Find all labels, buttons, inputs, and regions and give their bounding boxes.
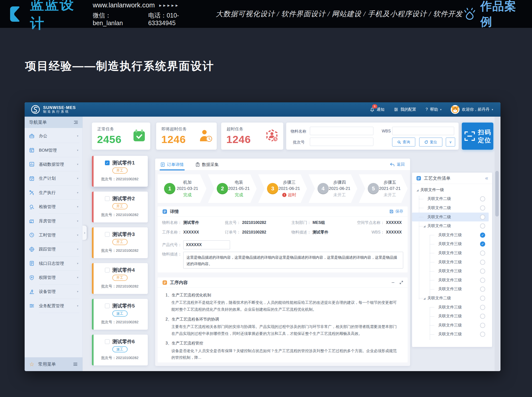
radio-unchecked[interactable]: [480, 278, 485, 283]
product-code-input[interactable]: XXXXXX: [183, 240, 230, 249]
radio-unchecked[interactable]: [480, 323, 485, 328]
collapse-panel-icon[interactable]: «: [485, 175, 488, 181]
material-desc-textarea[interactable]: 这里是物品描述的详细内容，这里是物品描述的详细内容这里是物品描述的详细内容，这里…: [183, 252, 403, 269]
expand-icon[interactable]: [399, 281, 403, 284]
radio-unchecked[interactable]: [480, 332, 485, 337]
radio-unchecked[interactable]: [480, 260, 485, 265]
radio-unchecked[interactable]: [480, 215, 485, 220]
radio-unchecked[interactable]: [480, 223, 485, 229]
tree-node-level3[interactable]: 关联文件三级: [412, 276, 489, 285]
tree-node-level3[interactable]: 关联文件三级: [412, 330, 489, 339]
sidebar-item-office[interactable]: 办公▾: [25, 129, 83, 143]
notifications-button[interactable]: 6 通知: [370, 107, 384, 112]
tree-node-level3[interactable]: 关联文件三级✓: [412, 231, 489, 240]
tree-expanded-caret[interactable]: ◢: [423, 225, 425, 228]
sidebar-item-inspection[interactable]: 检验管理▾: [25, 200, 83, 214]
sidebar-item-equipment[interactable]: 设备管理▾: [25, 285, 83, 299]
sidebar-item-base-data[interactable]: 基础数据管理▾: [25, 157, 83, 171]
radio-unchecked[interactable]: [480, 296, 485, 301]
step-2[interactable]: 2 电装 2021-05-21 完成: [208, 174, 257, 203]
tree-node-level2[interactable]: 关联文件二级: [412, 203, 489, 213]
step-5[interactable]: 5 步骤五 2021-07-21 未开工: [359, 174, 408, 203]
part-card-4[interactable]: 测试零件4 开工 批次号：20210100282: [92, 263, 148, 294]
field-value: XXXXXX: [183, 230, 199, 235]
step-1[interactable]: 1 机加 2021-03-21 完成: [158, 174, 206, 203]
step-name: 步骤五: [383, 180, 396, 185]
back-button[interactable]: 返回: [390, 162, 405, 167]
step-4[interactable]: 4 步骤四 2021-06-21 未开工: [309, 174, 357, 203]
scan-locate-button[interactable]: 扫码定位: [462, 123, 493, 150]
hamburger-icon: [73, 362, 78, 366]
tree-node-level3[interactable]: 关联文件三级: [412, 285, 489, 294]
sidebar-item-tracking[interactable]: 跟踪管理▾: [25, 242, 83, 256]
radio-unchecked[interactable]: [480, 287, 485, 292]
tree-expanded-caret[interactable]: ◢: [416, 189, 418, 192]
minimize-icon[interactable]: −: [391, 280, 395, 285]
sidebar-collapse-handle[interactable]: ›: [83, 226, 87, 240]
part-checkbox[interactable]: [105, 339, 110, 344]
part-checkbox[interactable]: [105, 232, 110, 237]
sidebar-footer-favorites[interactable]: ☆ 常用菜单: [25, 357, 83, 371]
tree-node-level2[interactable]: 关联文件二级: [412, 195, 489, 204]
tree-node-level3[interactable]: 关联文件三级: [412, 258, 489, 267]
check-circle-checked[interactable]: ✓: [480, 241, 485, 247]
part-checkbox[interactable]: [105, 268, 110, 272]
tree-node-level1[interactable]: ◢关联文件一级: [412, 185, 489, 195]
tree-node-level3[interactable]: 关联文件三级: [412, 249, 489, 258]
user-menu[interactable]: 欢迎你，郝丹丹 ▾: [451, 105, 493, 114]
sidebar-item-warehouse[interactable]: 库房管理▾: [25, 214, 83, 228]
field-value: XXXXXX: [386, 220, 402, 225]
part-checkbox[interactable]: [105, 196, 110, 201]
step-date: 2021-06-21: [279, 186, 300, 191]
part-checkbox-checked[interactable]: ✓: [105, 161, 110, 165]
sidebar-item-permissions[interactable]: 权限管理▾: [25, 271, 83, 285]
tree-node-level2-expanded[interactable]: ◢关联文件二级: [412, 221, 489, 231]
part-card-1[interactable]: ✓测试零件1 开工 批次号：20210100282: [92, 156, 148, 187]
radio-unchecked[interactable]: [480, 205, 485, 211]
part-card-2[interactable]: 测试零件2 开工 批次号：20210100282: [92, 192, 148, 222]
step-3[interactable]: 3 步骤三 2021-06-21 !超时: [258, 174, 307, 203]
radio-unchecked[interactable]: [480, 196, 485, 201]
part-card-3[interactable]: 测试零件3 开工 批次号：20210100282: [92, 227, 148, 258]
tree-expanded-caret[interactable]: ◢: [423, 297, 425, 300]
tree-node-level3[interactable]: 关联文件三级: [412, 312, 489, 321]
my-config-button[interactable]: 我的配置: [394, 107, 416, 112]
sidebar-item-production-exec[interactable]: 生产执行▾: [25, 186, 83, 200]
part-card-5[interactable]: 测试零件5 派工 批次号：20210100282: [92, 299, 148, 330]
tab-order-detail[interactable]: 订单详情: [161, 159, 184, 170]
vertical-scrollbar[interactable]: [495, 117, 499, 371]
menu-collapse-icon[interactable]: [73, 121, 78, 124]
detail-fields: 物料名称：测试零件 批次号：20210100282 主制部门：MES组 空间节点…: [162, 220, 403, 235]
expand-filter-button[interactable]: ∨: [446, 138, 455, 146]
wbs-input[interactable]: [392, 127, 454, 135]
tree-node-level3[interactable]: 关联文件三级: [412, 321, 489, 330]
tree-node-level2-expanded[interactable]: ◢关联文件二级: [412, 294, 489, 303]
part-checkbox[interactable]: [105, 304, 110, 308]
sidebar-item-bom[interactable]: BOM管理▾: [25, 143, 83, 157]
tree-node-level2-selected[interactable]: 关联文件二级: [412, 213, 489, 222]
material-name-input[interactable]: [310, 127, 373, 135]
sidebar-item-interface-log[interactable]: 续口日志管理▾: [25, 256, 83, 271]
tree-node-level3[interactable]: 关联文件三级: [412, 267, 489, 276]
sidebar-item-work-hours[interactable]: 工时管理▾: [25, 228, 83, 242]
reset-icon: [424, 140, 428, 144]
tree-node-level3[interactable]: 关联文件三级✓: [412, 240, 489, 249]
save-button[interactable]: 保存: [389, 209, 403, 214]
part-card-6[interactable]: 测试零件6 派工 批次号：20210100282: [92, 335, 148, 365]
tab-data-collect[interactable]: 数据采集: [196, 159, 219, 170]
query-button[interactable]: 查询: [392, 138, 415, 146]
tree-node-level3[interactable]: 关联文件三级: [412, 303, 489, 312]
scrollbar-thumb[interactable]: [495, 171, 499, 217]
help-menu[interactable]: ? 帮助 ▾: [426, 107, 441, 112]
radio-unchecked[interactable]: [480, 314, 485, 319]
sidebar-item-production-plan[interactable]: 生产计划▾: [25, 171, 83, 185]
check-circle-checked[interactable]: ✓: [480, 233, 485, 238]
radio-unchecked[interactable]: [480, 269, 485, 274]
robot-arm-icon: [29, 289, 35, 295]
sidebar-item-business-config[interactable]: 业务配置管理▾: [25, 299, 83, 313]
radio-unchecked[interactable]: [480, 251, 485, 256]
radio-unchecked[interactable]: [480, 305, 485, 310]
reset-button[interactable]: 复位: [419, 138, 442, 146]
batch-no-input[interactable]: [310, 138, 373, 146]
brand-block: 蓝蓝设计: [0, 0, 82, 33]
